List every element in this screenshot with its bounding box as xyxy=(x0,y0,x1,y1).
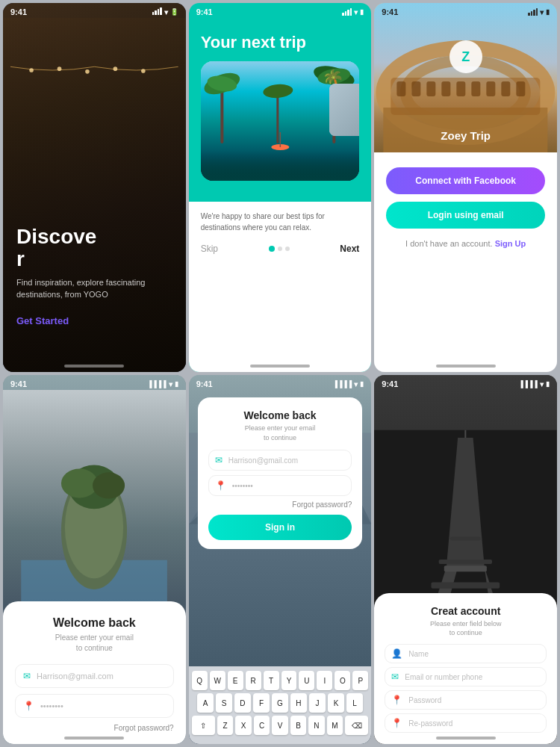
key-a[interactable]: A xyxy=(197,693,214,713)
svg-point-3 xyxy=(113,66,118,71)
key-e[interactable]: E xyxy=(228,671,243,690)
keyboard-row-2: A S D F G H J K L xyxy=(192,693,369,713)
signal-icon-3 xyxy=(528,8,538,16)
facebook-login-button[interactable]: Connect with Facebook xyxy=(386,167,545,194)
key-w[interactable]: W xyxy=(210,671,225,690)
password-input-row-small[interactable]: 📍 •••••••• xyxy=(15,694,174,718)
status-bar-3: 9:41 ▾ ▮ xyxy=(374,3,557,18)
email-icon-small: ✉ xyxy=(23,671,31,681)
key-p[interactable]: P xyxy=(352,671,368,690)
status-bar-5: 9:41 ▐▐▐▐ ▾ ▮ xyxy=(189,375,372,390)
key-s[interactable]: S xyxy=(216,693,232,713)
key-h[interactable]: H xyxy=(290,693,307,713)
battery-icon-5: ▮ xyxy=(360,380,364,388)
key-l[interactable]: L xyxy=(346,693,363,713)
key-c[interactable]: C xyxy=(254,716,270,735)
key-u[interactable]: U xyxy=(299,671,314,690)
trip-bottom: We're happy to share our best tips for d… xyxy=(189,202,372,372)
key-v[interactable]: V xyxy=(272,716,287,735)
wifi-icon-6: ▾ xyxy=(540,380,544,388)
hero-image: Z Zoey Trip xyxy=(374,3,557,152)
svg-rect-22 xyxy=(442,81,451,96)
wifi-icon-1: ▾ xyxy=(164,8,168,16)
status-bar-2: 9:41 ▾ ▮ xyxy=(189,3,372,18)
svg-rect-25 xyxy=(487,81,496,96)
keyboard-row-3: ⇧ Z X C V B N M ⌫ xyxy=(192,716,369,735)
key-i[interactable]: I xyxy=(317,671,332,690)
battery-icon-6: ▮ xyxy=(546,380,550,388)
password-input-row-keyboard[interactable]: 📍 •••••••• xyxy=(208,475,352,496)
key-r[interactable]: R xyxy=(246,671,261,690)
time-3: 9:41 xyxy=(382,7,398,16)
svg-point-1 xyxy=(57,66,62,71)
logo-letter: Z xyxy=(461,49,470,65)
key-y[interactable]: Y xyxy=(281,671,297,690)
create-email-icon: ✉ xyxy=(391,672,399,682)
signin-button[interactable]: Sign in xyxy=(208,515,352,540)
key-t[interactable]: T xyxy=(264,671,279,690)
create-email-input-row[interactable]: ✉ Email or number phone xyxy=(385,667,547,686)
email-input-row-small[interactable]: ✉ Harrison@gmail.com xyxy=(15,664,174,688)
forgot-password-small[interactable]: Forgot password? xyxy=(15,724,174,732)
svg-rect-27 xyxy=(517,81,526,96)
email-input-row-keyboard[interactable]: ✉ Harrison@gmail.com xyxy=(208,450,352,471)
welcome-subtitle-keyboard: Please enter your emailto continue xyxy=(208,424,352,442)
svg-rect-21 xyxy=(427,81,436,96)
email-login-button[interactable]: Login using email xyxy=(386,202,545,229)
name-input-row[interactable]: 👤 Name xyxy=(385,644,547,663)
svg-rect-43 xyxy=(450,536,481,540)
status-icons-6: ▐▐▐▐ ▾ ▮ xyxy=(518,380,550,388)
phone-discover: 9:41 ▾ 🔋 xyxy=(3,3,186,372)
key-o[interactable]: O xyxy=(335,671,350,690)
get-started-button[interactable]: Get Started xyxy=(16,315,69,326)
svg-point-2 xyxy=(85,69,90,74)
key-d[interactable]: D xyxy=(234,693,251,713)
welcome-title-keyboard: Welcome back xyxy=(208,409,352,421)
create-account-card: Creat account Please enter field belowto… xyxy=(374,593,557,744)
forgot-password-keyboard[interactable]: Forgot password? xyxy=(208,500,352,509)
key-x[interactable]: X xyxy=(235,716,251,735)
key-shift[interactable]: ⇧ xyxy=(192,716,215,735)
status-icons-1: ▾ 🔋 xyxy=(152,7,178,16)
key-k[interactable]: K xyxy=(328,693,344,713)
password-icon-keyboard: 📍 xyxy=(215,480,226,491)
home-indicator-1 xyxy=(64,365,124,368)
key-z[interactable]: Z xyxy=(217,716,233,735)
string-lights xyxy=(10,63,178,78)
create-password-input-row[interactable]: 📍 Password xyxy=(385,690,547,710)
island-scene xyxy=(3,390,186,624)
sign-up-link[interactable]: Sign Up xyxy=(495,239,526,248)
welcome-card-keyboard: Welcome back Please enter your emailto c… xyxy=(198,397,363,549)
repassword-input-row[interactable]: 📍 Re-password xyxy=(385,713,547,733)
battery-icon-1: 🔋 xyxy=(170,8,178,16)
password-field-small: •••••••• xyxy=(40,701,166,710)
email-field-keyboard: Harrison@gmail.com xyxy=(228,456,346,465)
key-b[interactable]: B xyxy=(290,716,306,735)
key-n[interactable]: N xyxy=(308,716,324,735)
wifi-icon-3: ▾ xyxy=(540,8,544,16)
svg-rect-11 xyxy=(276,91,279,143)
next-button[interactable]: Next xyxy=(340,244,359,254)
skip-button[interactable]: Skip xyxy=(201,244,218,254)
wifi-icon-2: ▾ xyxy=(354,8,358,16)
email-icon-keyboard: ✉ xyxy=(215,455,223,465)
discover-subtitle: Find inspiration, explore fascinating de… xyxy=(16,277,172,300)
key-q[interactable]: Q xyxy=(192,671,208,690)
key-g[interactable]: G xyxy=(272,693,288,713)
name-field: Name xyxy=(408,650,540,658)
key-delete[interactable]: ⌫ xyxy=(345,716,368,735)
svg-rect-24 xyxy=(472,81,481,96)
status-bar-1: 9:41 ▾ 🔋 xyxy=(3,3,186,18)
key-m[interactable]: M xyxy=(327,716,343,735)
svg-point-33 xyxy=(93,472,125,498)
dot-1 xyxy=(269,246,275,252)
login-actions: Connect with Facebook Login using email … xyxy=(374,152,557,263)
key-j[interactable]: J xyxy=(309,693,326,713)
time-5: 9:41 xyxy=(196,379,213,388)
status-bar-6: 9:41 ▐▐▐▐ ▾ ▮ xyxy=(374,375,557,390)
trip-heading: Your next trip xyxy=(201,33,360,52)
trip-description: We're happy to share our best tips for d… xyxy=(201,211,360,233)
key-f[interactable]: F xyxy=(253,693,270,713)
keyboard-row-1: Q W E R T Y U I O P xyxy=(192,671,369,690)
time-4: 9:41 xyxy=(10,379,27,388)
